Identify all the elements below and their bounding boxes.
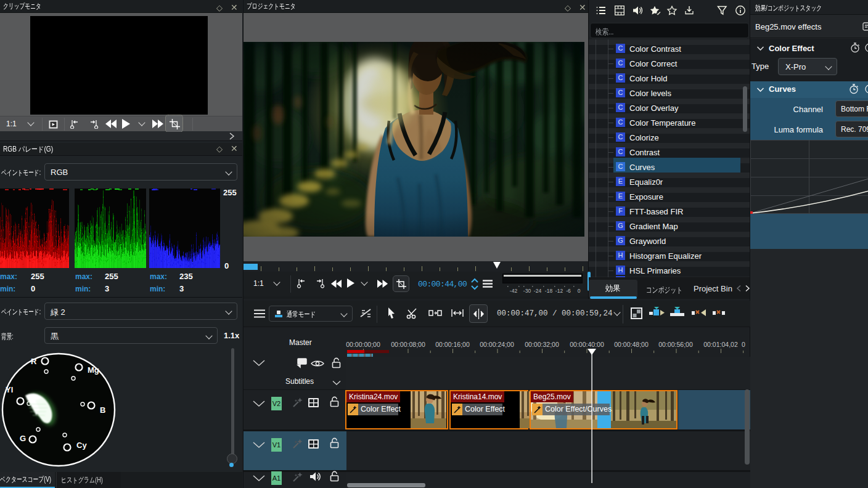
svg-text:-42: -42 [510, 288, 518, 294]
svg-text:B: B [100, 405, 105, 415]
svg-text:-24: -24 [534, 288, 542, 294]
svg-text:0: 0 [578, 288, 581, 294]
svg-text:-30: -30 [523, 288, 531, 294]
svg-text:-6: -6 [566, 288, 571, 294]
svg-text:Yl: Yl [6, 385, 13, 394]
svg-text:-18: -18 [545, 288, 553, 294]
svg-text:Cy: Cy [76, 441, 87, 450]
svg-text:-12: -12 [555, 288, 563, 294]
svg-text:R: R [31, 357, 37, 366]
svg-text:Mg: Mg [88, 365, 99, 375]
svg-text:G: G [20, 434, 26, 443]
